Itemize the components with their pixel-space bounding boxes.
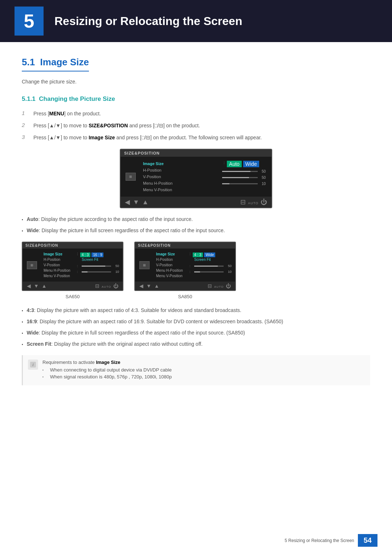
- sa650-icon: ⊞: [27, 261, 37, 269]
- chapter-number: 5: [15, 7, 44, 36]
- monitor-footer: ◀ ▼ ▲ ⊟ AUTO ⏻: [121, 197, 271, 208]
- bullet-wide-2: • Wide: Display the picture in full scre…: [22, 329, 370, 337]
- chapter-banner: 5 Resizing or Relocating the Screen: [0, 0, 392, 42]
- value-wide: Wide: [243, 161, 259, 167]
- menu-item-v-position: V-Position: [141, 173, 219, 180]
- sa850-wrapper: SIZE&POSITION ⊞ Image Size H-Position V-…: [134, 242, 236, 299]
- menu-item-h-position: H-Position: [141, 167, 219, 173]
- note-bullet-1: • When connecting to digital output devi…: [42, 367, 365, 373]
- sa650-sidebar: ⊞: [25, 251, 38, 279]
- main-monitor: SIZE&POSITION ⊞ Image Size H-Position V-…: [120, 149, 272, 208]
- secondary-bullets: • 4:3: Display the picture with an aspec…: [22, 307, 370, 348]
- sa850-menu-mv: Menu V-Position: [155, 273, 184, 279]
- chapter-title: Resizing or Relocating the Screen: [54, 15, 242, 28]
- sa650-menu-v: V-Position: [42, 262, 72, 268]
- value-row-auto: : Auto Wide: [222, 160, 266, 167]
- sa650-menu-mv: Menu V-Position: [42, 273, 72, 279]
- slider-row-1: 50: [222, 169, 266, 173]
- sa850-value-row: : 4 : 3 Wide Screen Fit: [188, 251, 232, 262]
- monitor-values: : Auto Wide 50 50 10: [222, 160, 266, 193]
- sa650-slider-2: : 10: [75, 270, 119, 274]
- sa850-v2: Wide: [204, 253, 215, 257]
- section-heading: 5.1 Image Size: [22, 57, 89, 71]
- section-intro: Change the picture size.: [22, 79, 370, 85]
- monitor-topbar: SIZE&POSITION: [121, 149, 271, 157]
- slider-row-3: 10: [222, 182, 266, 186]
- note-bullet-2: • When signal resolution is 480p, 576p ,…: [42, 374, 365, 379]
- sa850-label: SA850: [178, 294, 192, 299]
- sa850-footer: ◀ ▼ ▲ ⊟ AUTO ⏻: [135, 282, 235, 290]
- main-content: 5.1 Image Size Change the picture size. …: [0, 57, 392, 414]
- monitors-row: SIZE&POSITION ⊞ Image Size H-Position V-…: [22, 242, 370, 299]
- menu-item-menu-v: Menu V-Position: [141, 186, 219, 193]
- value-auto: Auto: [227, 161, 242, 167]
- menu-item-menu-h: Menu H-Position: [141, 180, 219, 186]
- sa850-values: : 4 : 3 Wide Screen Fit : 50: [188, 251, 232, 279]
- page-footer: 5 Resizing or Relocating the Screen 54: [285, 534, 377, 547]
- monitor-menu: Image Size H-Position V-Position Menu H-…: [141, 160, 219, 193]
- sa650-value-row: : 4 : 3 16 : 9 Screen Fit: [75, 251, 119, 262]
- bullet-169: • 16:9: Display the picture with an aspe…: [22, 318, 370, 325]
- slider-row-2: 50: [222, 176, 266, 180]
- sa650-menu-mh: Menu H-Position: [42, 268, 72, 273]
- sa650-v3: Screen Fit: [80, 257, 103, 262]
- page-number: 54: [358, 534, 377, 547]
- bullet-auto: • Auto: Display the picture according to…: [22, 216, 370, 223]
- sa650-v2: 16 : 9: [91, 253, 103, 257]
- sa650-wrapper: SIZE&POSITION ⊞ Image Size H-Position V-…: [22, 242, 123, 299]
- label-auto: AUTO: [248, 201, 258, 205]
- bullet-wide: • Wide: Display the picture in full scre…: [22, 227, 370, 234]
- sa850-body: ⊞ Image Size H-Position V-Position Menu …: [135, 249, 235, 282]
- sa850-menu-mh: Menu H-Position: [155, 268, 184, 273]
- step-2: 2 Press [▲/▼] to move to SIZE&POSITION a…: [22, 122, 370, 130]
- sa850-slider-1: : 50: [188, 264, 232, 268]
- btn-select: ⊟: [240, 198, 246, 206]
- sa650-monitor: SIZE&POSITION ⊞ Image Size H-Position V-…: [22, 242, 123, 291]
- sa650-topbar: SIZE&POSITION: [23, 242, 123, 249]
- menu-item-image-size: Image Size: [141, 160, 219, 167]
- bullet-screenfit: • Screen Fit: Display the picture with t…: [22, 340, 370, 348]
- sa850-v1: 4 : 3: [193, 253, 203, 257]
- note-title: Requirements to activate Image Size: [42, 360, 365, 365]
- sa850-slider-2: : 10: [188, 270, 232, 274]
- sa850-menu-h: H-Position: [155, 257, 184, 262]
- sa850-sidebar: ⊞: [138, 251, 151, 279]
- sa850-menu-v: V-Position: [155, 262, 184, 268]
- sa650-values: : 4 : 3 16 : 9 Screen Fit : 50: [75, 251, 119, 279]
- sa650-label: SA650: [65, 294, 79, 299]
- sa650-menu-h: H-Position: [42, 257, 72, 262]
- sa650-v1: 4 : 3: [80, 253, 90, 257]
- btn-power: ⏻: [261, 198, 267, 206]
- footer-text: 5 Resizing or Relocating the Screen: [285, 538, 354, 543]
- step-1: 1 Press [MENU] on the product.: [22, 110, 370, 118]
- sa650-menu-image-size: Image Size: [42, 251, 72, 257]
- steps-list: 1 Press [MENU] on the product. 2 Press […: [22, 110, 370, 141]
- btn-down: ▼: [133, 198, 139, 206]
- note-content: Requirements to activate Image Size • Wh…: [42, 360, 365, 381]
- sa850-monitor: SIZE&POSITION ⊞ Image Size H-Position V-…: [134, 242, 236, 291]
- sa850-menu: Image Size H-Position V-Position Menu H-…: [155, 251, 184, 279]
- sa650-menu: Image Size H-Position V-Position Menu H-…: [42, 251, 72, 279]
- monitor-icon: ⊞: [126, 173, 136, 181]
- bullet-43: • 4:3: Display the picture with an aspec…: [22, 307, 370, 314]
- sa850-topbar: SIZE&POSITION: [135, 242, 235, 249]
- btn-left: ◀: [125, 198, 130, 206]
- sa850-v3: Screen Fit: [193, 257, 215, 262]
- sa850-icon: ⊞: [139, 261, 150, 269]
- note-bullets: • When connecting to digital output devi…: [42, 367, 365, 379]
- sa650-slider-1: : 50: [75, 264, 119, 268]
- note-box: i Requirements to activate Image Size • …: [22, 355, 370, 385]
- monitor-sidebar: ⊞: [124, 160, 137, 193]
- sa650-body: ⊞ Image Size H-Position V-Position Menu …: [23, 249, 123, 282]
- note-icon: i: [28, 360, 38, 370]
- monitor-body: ⊞ Image Size H-Position V-Position Menu …: [121, 157, 271, 197]
- step-3: 3 Press [▲/▼] to move to Image Size and …: [22, 134, 370, 141]
- sa850-menu-image-size: Image Size: [155, 251, 184, 257]
- btn-up: ▲: [142, 198, 149, 206]
- subsection-heading: 5.1.1 Changing the Picture Size: [22, 95, 370, 103]
- sa650-footer: ◀ ▼ ▲ ⊟ AUTO ⏻: [23, 282, 123, 290]
- auto-wide-bullets: • Auto: Display the picture according to…: [22, 216, 370, 234]
